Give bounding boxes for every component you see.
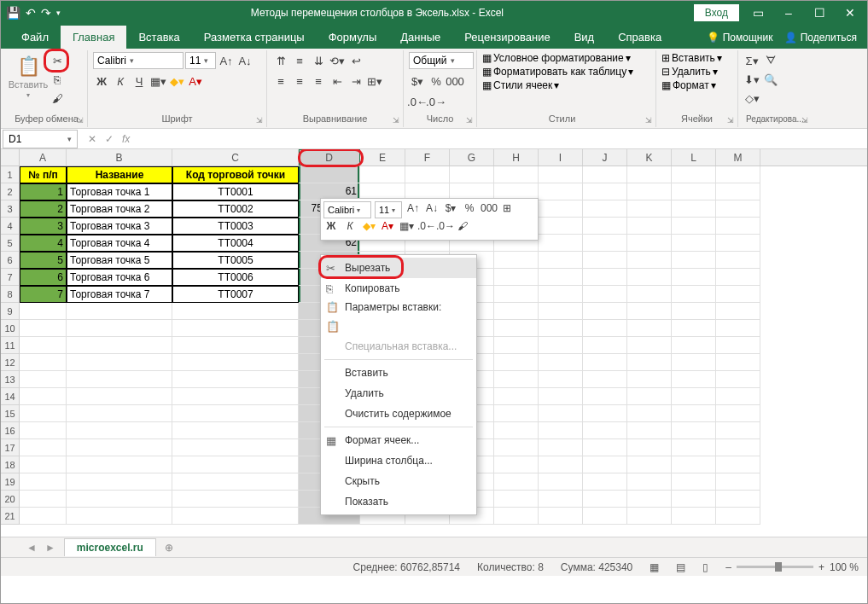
cell[interactable] bbox=[716, 166, 760, 183]
row-header[interactable]: 9 bbox=[1, 303, 20, 320]
save-icon[interactable]: 💾 bbox=[6, 6, 20, 20]
mini-italic-button[interactable]: К bbox=[342, 220, 358, 235]
cell[interactable]: ТТ0004 bbox=[172, 235, 299, 252]
ctx-delete[interactable]: Удалить bbox=[321, 383, 476, 404]
orientation-icon[interactable]: ⟲▾ bbox=[329, 52, 346, 69]
cell[interactable] bbox=[716, 320, 760, 337]
cell[interactable] bbox=[539, 200, 583, 218]
cell[interactable] bbox=[583, 166, 627, 183]
row-header[interactable]: 17 bbox=[1, 439, 20, 456]
align-right-icon[interactable]: ≡ bbox=[310, 73, 327, 90]
copy-icon[interactable]: ⎘ bbox=[49, 71, 66, 88]
align-bottom-icon[interactable]: ⇊ bbox=[310, 52, 327, 69]
cell[interactable] bbox=[172, 491, 299, 508]
borders-icon[interactable]: ▦▾ bbox=[149, 73, 166, 90]
cell[interactable] bbox=[67, 303, 172, 320]
number-format-select[interactable]: Общий bbox=[409, 52, 474, 69]
decrease-indent-icon[interactable]: ⇤ bbox=[329, 73, 346, 90]
mini-bold-button[interactable]: Ж bbox=[323, 220, 339, 235]
zoom-slider[interactable] bbox=[737, 566, 813, 568]
cell[interactable] bbox=[494, 473, 539, 491]
cell[interactable] bbox=[20, 422, 67, 439]
underline-button[interactable]: Ч bbox=[131, 73, 148, 90]
cell[interactable] bbox=[67, 405, 172, 422]
cell[interactable] bbox=[405, 166, 450, 183]
cell[interactable] bbox=[494, 320, 539, 337]
row-header[interactable]: 15 bbox=[1, 405, 20, 422]
cell[interactable] bbox=[172, 320, 299, 337]
mini-percent-icon[interactable]: % bbox=[462, 202, 477, 218]
mini-merge-icon[interactable]: ⊞ bbox=[499, 202, 515, 218]
cell[interactable] bbox=[172, 337, 299, 354]
row-header[interactable]: 19 bbox=[1, 473, 20, 491]
cell[interactable]: 7 bbox=[20, 286, 67, 303]
fx-icon[interactable]: fx bbox=[122, 133, 130, 145]
increase-indent-icon[interactable]: ⇥ bbox=[347, 73, 364, 90]
insert-cells-button[interactable]: ⊞ Вставить ▾ bbox=[661, 52, 722, 64]
find-icon[interactable]: 🔍 bbox=[762, 71, 779, 88]
tab-data[interactable]: Данные bbox=[388, 26, 452, 49]
cell[interactable] bbox=[627, 200, 672, 218]
cut-icon[interactable]: ✂ bbox=[49, 52, 66, 69]
cell[interactable] bbox=[539, 508, 583, 525]
cell[interactable] bbox=[67, 473, 172, 491]
cell[interactable] bbox=[539, 183, 583, 200]
row-header[interactable]: 13 bbox=[1, 371, 20, 388]
cell[interactable] bbox=[583, 439, 627, 456]
view-page-break-icon[interactable]: ▯ bbox=[702, 561, 708, 573]
row-header[interactable]: 6 bbox=[1, 252, 20, 269]
cell[interactable]: Торговая точка 1 bbox=[67, 183, 172, 200]
cell[interactable] bbox=[494, 405, 539, 422]
ribbon-options-icon[interactable]: ▭ bbox=[746, 6, 770, 20]
share-button[interactable]: 👤 Поделиться bbox=[784, 32, 857, 44]
cell[interactable] bbox=[716, 235, 760, 252]
cell[interactable]: 5 bbox=[20, 252, 67, 269]
tab-home[interactable]: Главная bbox=[61, 26, 126, 49]
cell[interactable] bbox=[539, 269, 583, 286]
column-header-H[interactable]: H bbox=[494, 149, 539, 166]
mini-size-select[interactable]: 11 bbox=[375, 201, 402, 218]
cell[interactable]: 6 bbox=[20, 269, 67, 286]
cell[interactable] bbox=[716, 405, 760, 422]
cell[interactable] bbox=[583, 286, 627, 303]
cell[interactable] bbox=[494, 456, 539, 473]
align-left-icon[interactable]: ≡ bbox=[272, 73, 289, 90]
cell[interactable] bbox=[583, 235, 627, 252]
cell[interactable] bbox=[627, 456, 672, 473]
cell[interactable] bbox=[583, 269, 627, 286]
cell[interactable] bbox=[583, 200, 627, 218]
font-size-select[interactable]: 11 bbox=[185, 52, 216, 69]
cell[interactable] bbox=[627, 371, 672, 388]
comma-icon[interactable]: 000 bbox=[446, 73, 463, 90]
cell[interactable] bbox=[67, 491, 172, 508]
tell-me[interactable]: 💡 Помощник bbox=[707, 32, 772, 44]
cell[interactable] bbox=[716, 508, 760, 525]
cell[interactable] bbox=[672, 354, 716, 371]
cell[interactable]: ТТ0007 bbox=[172, 286, 299, 303]
enter-formula-icon[interactable]: ✓ bbox=[105, 133, 114, 145]
cell[interactable] bbox=[672, 491, 716, 508]
cell[interactable] bbox=[20, 491, 67, 508]
cell[interactable] bbox=[583, 388, 627, 405]
cell[interactable] bbox=[494, 491, 539, 508]
cell[interactable] bbox=[627, 473, 672, 491]
column-header-F[interactable]: F bbox=[405, 149, 450, 166]
row-header[interactable]: 8 bbox=[1, 286, 20, 303]
cell[interactable] bbox=[672, 235, 716, 252]
cell[interactable] bbox=[716, 491, 760, 508]
cell[interactable] bbox=[583, 473, 627, 491]
ctx-insert[interactable]: Вставить bbox=[321, 363, 476, 383]
increase-font-icon[interactable]: A↑ bbox=[218, 52, 235, 69]
wrap-text-icon[interactable]: ↩ bbox=[347, 52, 364, 69]
cell[interactable] bbox=[627, 166, 672, 183]
cell[interactable] bbox=[716, 303, 760, 320]
redo-icon[interactable]: ↷ bbox=[41, 6, 51, 20]
cell[interactable] bbox=[627, 286, 672, 303]
cell[interactable] bbox=[672, 166, 716, 183]
tab-insert[interactable]: Вставка bbox=[126, 26, 191, 49]
cell[interactable]: Торговая точка 2 bbox=[67, 200, 172, 218]
cell[interactable] bbox=[172, 439, 299, 456]
cell[interactable] bbox=[539, 371, 583, 388]
row-header[interactable]: 2 bbox=[1, 183, 20, 200]
row-header[interactable]: 1 bbox=[1, 166, 20, 183]
